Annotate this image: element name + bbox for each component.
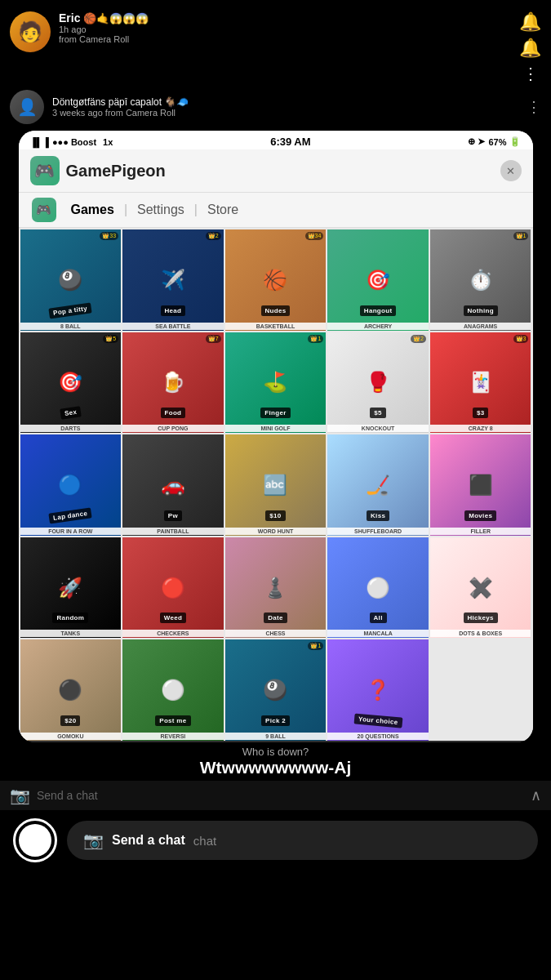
- games-grid: 🎱👑33Pop a titty8 BALL✈️👑2HeadSEA BATTLE🏀…: [19, 228, 533, 742]
- carrier: ●●● Boost: [52, 137, 96, 147]
- game-sticker-paintball: Pw: [164, 510, 182, 521]
- bottom-bar: 📷 Send a chat chat: [0, 810, 551, 871]
- battery-text: 67%: [488, 137, 506, 147]
- game-sticker-archery: Hangout: [360, 305, 397, 316]
- crown-badge-minigolf: 👑1: [308, 335, 323, 343]
- status-bar: ▐▌▐ ●●● Boost 1x 6:39 AM ⊕ ➤ 67% 🔋: [19, 131, 533, 149]
- game-sticker-anagrams: Nothing: [464, 305, 498, 316]
- game-cell-shuffleboard[interactable]: 🏒KissSHUFFLEBOARD: [327, 434, 429, 536]
- game-name-reversi: REVERSI: [122, 733, 224, 740]
- notif-content-1: Eric 🏀🤙😱😱😱 1h ago from Camera Roll: [59, 11, 511, 44]
- game-cell-anagrams[interactable]: ⏱️👑1NothingANAGRAMS: [430, 229, 531, 331]
- game-name-archery: ARCHERY: [327, 323, 429, 330]
- capture-button[interactable]: [13, 818, 57, 862]
- game-name-knockout: KNOCKOUT: [327, 425, 429, 432]
- game-name-paintball: PAINTBALL: [122, 528, 224, 535]
- game-cell-crazy8[interactable]: 🃏👑3$3CRAZY 8: [430, 332, 531, 434]
- send-chat-placeholder: chat: [193, 834, 216, 848]
- location-icon: ⊕ ➤: [468, 136, 485, 147]
- game-sticker-basketball: Nudes: [261, 305, 291, 316]
- game-cell-mancala[interactable]: ⚪AllMANCALA: [327, 537, 429, 639]
- game-name-checkers: CHECKERS: [122, 630, 224, 637]
- send-chat-button[interactable]: 📷 Send a chat chat: [67, 821, 538, 860]
- game-cell-8ball[interactable]: 🎱👑33Pop a titty8 BALL: [20, 229, 122, 331]
- game-cell-basketball[interactable]: 🏀👑34NudesBASKETBALL: [225, 229, 327, 331]
- game-cell-tanks[interactable]: 🚀RandomTANKS: [20, 537, 122, 639]
- notification-2[interactable]: 👤 Döntgøtfäns päpî capalot 🐐🧢 3 weeks ag…: [0, 87, 551, 131]
- signal-icon: ▐▌▐: [30, 137, 49, 147]
- game-cell-gomoku[interactable]: ⚫$20GOMOKU: [20, 639, 122, 741]
- game-cell-wordhunt[interactable]: 🔤$10WORD HUNT: [225, 434, 327, 536]
- gp-header: 🎮 GamePigeon ✕: [19, 149, 533, 193]
- game-name-chess: CHESS: [225, 630, 327, 637]
- game-cell-filler[interactable]: ⬛MoviesFILLER: [430, 434, 531, 536]
- game-cell-seabattle[interactable]: ✈️👑2HeadSEA BATTLE: [122, 229, 224, 331]
- chat-input-bar[interactable]: 📷 Send a chat ∧: [0, 781, 551, 810]
- crown-badge-anagrams: 👑1: [513, 232, 529, 240]
- camera-icon[interactable]: 📷: [10, 786, 30, 805]
- game-cell-paintball[interactable]: 🚗PwPAINTBALL: [122, 434, 224, 536]
- game-cell-dotsboxes[interactable]: ✖️HickeysDOTS & BOXES: [430, 537, 531, 639]
- game-cell-darts[interactable]: 🎯👑5SexDARTS: [20, 332, 122, 434]
- three-dot-2[interactable]: ⋮: [527, 98, 541, 116]
- status-right: ⊕ ➤ 67% 🔋: [468, 136, 521, 147]
- chat-input-field[interactable]: Send a chat: [37, 789, 524, 802]
- chevron-up-icon[interactable]: ∧: [531, 786, 541, 804]
- zoom-level: 1x: [103, 137, 113, 147]
- game-cell-reversi[interactable]: ⚪Post meREVERSI: [122, 639, 224, 741]
- game-cell-cuppong[interactable]: 🍺👑7FoodCUP PONG: [122, 332, 224, 434]
- notif-name-1: Eric: [59, 11, 80, 24]
- game-sticker-reversi: Post me: [155, 715, 190, 726]
- snap-status: Who is down?: [13, 746, 538, 758]
- bell-icon-2[interactable]: 🔔: [519, 38, 541, 59]
- tab-store[interactable]: Store: [199, 201, 247, 219]
- game-name-mancala: MANCALA: [327, 630, 429, 637]
- avatar-2: 👤: [10, 90, 44, 124]
- game-name-20q: 20 QUESTIONS: [327, 733, 429, 740]
- send-chat-label: Send a chat: [112, 833, 185, 848]
- game-sticker-9ball: Pick 2: [261, 715, 290, 726]
- game-sticker-tanks: Random: [52, 612, 88, 623]
- notif-emojis-1: 🏀🤙😱😱😱: [83, 12, 149, 24]
- tab-settings[interactable]: Settings: [129, 201, 193, 219]
- notification-1[interactable]: 🧑 Eric 🏀🤙😱😱😱 1h ago from Camera Roll 🔔 🔔…: [0, 8, 551, 87]
- gp-title: GamePigeon: [66, 162, 166, 180]
- status-left: ▐▌▐ ●●● Boost 1x: [30, 137, 113, 147]
- crown-badge-basketball: 👑34: [305, 232, 324, 240]
- game-name-wordhunt: WORD HUNT: [225, 528, 327, 535]
- gp-nav: 🎮 Games | Settings | Store: [19, 193, 533, 228]
- bell-icon-1[interactable]: 🔔: [519, 11, 541, 33]
- game-sticker-gomoku: $20: [60, 715, 80, 726]
- game-name-fourinrow: FOUR IN A ROW: [20, 528, 122, 535]
- game-sticker-crazy8: $3: [473, 408, 489, 418]
- game-sticker-dotsboxes: Hickeys: [464, 612, 498, 623]
- notif-name-2: Döntgøtfäns päpî capalot 🐐🧢: [52, 96, 518, 108]
- game-cell-knockout[interactable]: 🥊👑2$5KNOCKOUT: [327, 332, 429, 434]
- game-cell-archery[interactable]: 🎯HangoutARCHERY: [327, 229, 429, 331]
- notif-time-2: 3 weeks ago from Camera Roll: [52, 108, 518, 118]
- tab-games[interactable]: Games: [63, 201, 122, 219]
- game-cell-minigolf[interactable]: ⛳👑1FingerMINI GOLF: [225, 332, 327, 434]
- game-sticker-chess: Date: [264, 612, 287, 623]
- crown-badge-crazy8: 👑3: [513, 335, 529, 343]
- game-sticker-minigolf: Finger: [260, 408, 290, 418]
- close-button[interactable]: ✕: [500, 160, 522, 181]
- game-cell-fourinrow[interactable]: 🔵Lap danceFOUR IN A ROW: [20, 434, 122, 536]
- game-sticker-filler: Movies: [464, 510, 496, 521]
- game-sticker-checkers: Weed: [160, 612, 186, 623]
- notif-time-1: 1h ago: [59, 24, 511, 34]
- crown-badge-cuppong: 👑7: [206, 335, 221, 343]
- game-sticker-darts: Sex: [60, 407, 82, 420]
- game-name-9ball: 9 BALL: [225, 733, 327, 740]
- snap-overlay: Who is down? Wtwwwwwwww-Aj: [0, 741, 551, 781]
- game-cell-20q[interactable]: ❓Your choice20 QUESTIONS: [327, 639, 429, 741]
- crown-badge-darts: 👑5: [103, 335, 118, 343]
- game-sticker-knockout: $5: [370, 408, 386, 418]
- game-name-gomoku: GOMOKU: [20, 733, 122, 740]
- game-cell-checkers[interactable]: 🔴WeedCHECKERS: [122, 537, 224, 639]
- more-icon[interactable]: ⋮: [522, 64, 539, 83]
- game-name-crazy8: CRAZY 8: [430, 425, 531, 432]
- game-cell-9ball[interactable]: 🎱👑1Pick 29 BALL: [225, 639, 327, 741]
- game-name-seabattle: SEA BATTLE: [122, 323, 224, 330]
- game-cell-chess[interactable]: ♟️DateCHESS: [225, 537, 327, 639]
